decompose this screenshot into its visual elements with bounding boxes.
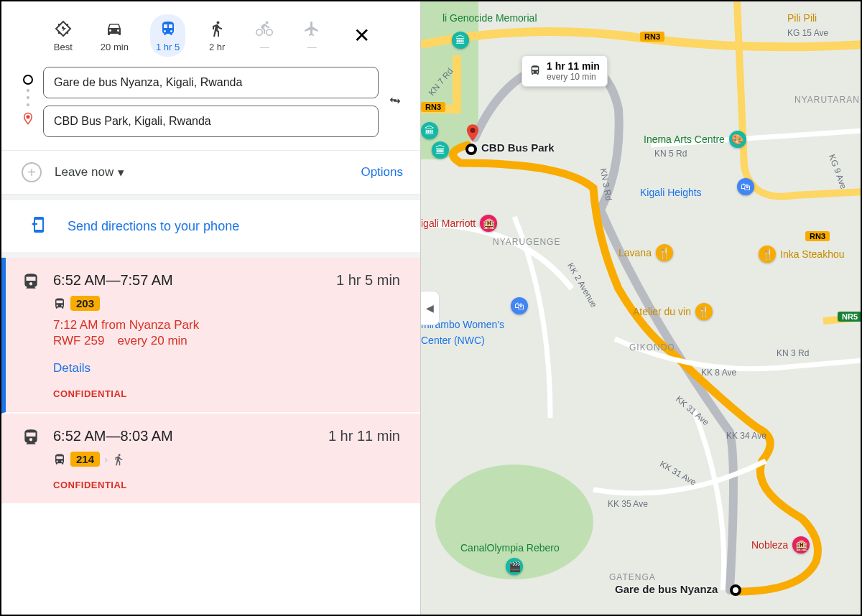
walk-icon [112,453,125,466]
bus-icon [529,65,541,78]
route-option-2[interactable]: 6:52 AM—8:03 AM 214 › CONFIDENTIAL 1 hr … [1,414,420,505]
mode-car[interactable]: 20 min [95,14,134,57]
app-root: Best 20 min 1 hr 5 2 hr — — ✕ [1,1,861,615]
send-to-phone-row[interactable]: Send directions to your phone [1,195,420,258]
depart-time-dropdown[interactable]: Leave now▾ [55,165,124,180]
poi-canal[interactable]: CanalOlympia Rebero [460,542,560,554]
poi-nobleza[interactable]: Nobleza🏨 [751,536,810,554]
endpoints [1,62,420,150]
mid-dot-icon [27,89,29,92]
road-kg15: KG 15 Ave [787,28,828,38]
swap-button[interactable] [387,93,403,111]
bus-icon [53,297,66,310]
mode-selector: Best 20 min 1 hr 5 2 hr — — ✕ [1,1,420,62]
poi-inema[interactable]: Inema Arts Centre🎨 [644,131,746,148]
destination-marker [465,144,477,155]
destination-input[interactable] [43,106,379,137]
fare-freq: every 20 min [118,334,187,347]
restaurant-icon: 🍴 [656,244,673,261]
shield-rn3c: RN3 [805,231,830,241]
chevron-right-icon: › [104,453,108,465]
directions-panel: Best 20 min 1 hr 5 2 hr — — ✕ [1,1,421,615]
mode-plane[interactable]: — [296,14,328,57]
collapse-panel-button[interactable]: ◀ [421,291,440,325]
bike-icon [254,19,274,39]
mid-dot-icon [27,103,29,106]
art-icon: 🎨 [729,131,746,148]
origin-input[interactable] [43,67,379,98]
route-1-timespan: 6:52 AM—7:57 AM [53,272,323,289]
car-icon [104,19,124,39]
poi-atelier[interactable]: Atelier du vin🍴 [633,303,713,320]
mode-best[interactable]: Best [47,14,79,57]
hood-nyarugenge: NYARUGENGE [493,237,560,247]
road-kk8: KK 8 Ave [701,368,736,378]
map-content: 1 hr 11 minevery 10 min CBD Bus Park Gar… [421,1,861,615]
poi-inka[interactable]: 🍴Inka Steakhou [759,246,845,263]
route-time-bubble[interactable]: 1 hr 11 minevery 10 min [522,55,608,87]
museum-icon: 🏛 [452,32,469,49]
poi-marriott[interactable]: igali Marriott🏨 [421,215,497,232]
walk-icon [207,19,227,39]
leave-label: Leave now [55,165,113,179]
route-2-duration: 1 hr 11 min [328,428,400,444]
shield-nr5: NR5 [838,312,861,322]
bus-chip: 214 [70,452,100,467]
mode-walk[interactable]: 2 hr [201,14,233,57]
svg-point-0 [27,116,29,118]
poi-genocide-pin[interactable]: 🏛 [452,32,469,49]
mid-dot-icon [27,96,29,99]
poi-museum-2[interactable]: 🏛 [432,141,449,159]
bus-icon [53,453,66,466]
shop-icon: 🛍 [737,178,754,195]
poi-heights[interactable]: Kigali Heights [640,187,702,198]
svg-point-1 [471,128,476,133]
options-row: + Leave now▾ Options [1,150,420,195]
route-1-fare: RWF 259every 20 min [53,334,323,348]
mode-bike[interactable]: — [249,14,280,57]
mode-walk-label: 2 hr [209,42,225,52]
poi-genocide[interactable]: li Genocide Memorial [442,12,537,24]
hotel-icon: 🏨 [792,536,810,554]
mode-bike-label: — [260,42,269,52]
add-stop-button[interactable]: + [22,162,42,182]
road-kk34: KK 34 Ave [726,431,766,441]
bubble-time: 1 hr 11 min [547,60,600,72]
route-1-confidential: CONFIDENTIAL [53,388,323,399]
options-link[interactable]: Options [361,165,403,179]
transit-icon [158,19,178,39]
poi-heights-pin[interactable]: 🛍 [737,178,754,195]
fare-amount: RWF 259 [53,334,105,347]
bubble-freq: every 10 min [547,72,600,82]
mode-plane-label: — [307,42,317,52]
mode-best-label: Best [54,42,73,52]
end-pin-icon [22,111,34,129]
send-to-phone-icon [30,216,47,236]
cinema-icon: 🎬 [506,558,523,575]
endpoint-dots [22,75,34,129]
route-1-details[interactable]: Details [53,361,323,375]
send-label: Send directions to your phone [68,219,239,234]
restaurant-icon: 🍴 [759,246,776,263]
route-option-1[interactable]: 6:52 AM—7:57 AM 203 7:12 AM from Nyanza … [1,258,420,414]
poi-canal-pin[interactable]: 🎬 [506,558,523,575]
poi-museum-1[interactable]: 🏛 [421,122,438,139]
shield-rn3a: RN3 [640,32,664,42]
poi-lavana[interactable]: Lavana🍴 [618,244,673,261]
plane-icon [302,19,322,39]
hotel-icon: 🏨 [480,215,497,232]
mode-transit[interactable]: 1 hr 5 [150,14,185,57]
route-1-duration: 1 hr 5 min [336,272,400,289]
route-2-confidential: CONFIDENTIAL [53,480,315,490]
destination-label: CBD Bus Park [481,141,555,154]
poi-pili[interactable]: Pili Pili [787,12,817,24]
close-button[interactable]: ✕ [349,24,374,47]
road-kn3b: KN 3 Rd [777,348,809,358]
mode-car-label: 20 min [101,42,129,52]
route-2-timespan: 6:52 AM—8:03 AM [53,428,315,444]
shield-rn3b: RN3 [421,102,445,112]
museum-icon: 🏛 [432,141,449,159]
map-canvas[interactable]: 1 hr 11 minevery 10 min CBD Bus Park Gar… [421,1,861,615]
start-dot-icon [23,75,33,85]
poi-nwc-pin[interactable]: 🛍 [511,297,528,314]
